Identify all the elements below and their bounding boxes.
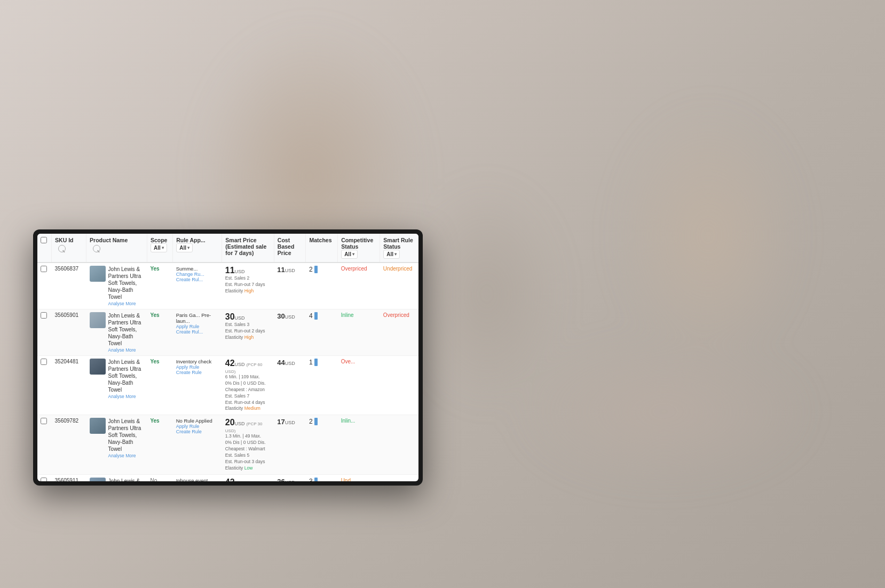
products-table: SKU Id Product Name Scope: [37, 234, 418, 481]
laptop-frame: SKU Id Product Name Scope: [33, 229, 423, 486]
row2-product: John Lewis & Partners Ultra Soft Towels,…: [86, 309, 147, 356]
row1-match-bar: [314, 266, 318, 273]
matches-header: Matches: [306, 234, 338, 263]
row4-create-rule-link[interactable]: Create Rule: [176, 429, 219, 434]
row4-analyse-link[interactable]: Analyse More: [108, 453, 136, 458]
row1-comp-status: Overpriced: [338, 263, 380, 309]
row5-match-bar: [314, 478, 318, 481]
row2-scope: Yes: [147, 309, 172, 356]
row4-rule: No Rule Applied Apply Rule Create Rule: [173, 415, 222, 474]
row4-checkbox-cell: [37, 415, 52, 474]
row3-create-rule-link[interactable]: Create Rule: [176, 370, 219, 375]
matches-label: Matches: [309, 237, 334, 243]
row5-comp-status: Und...: [338, 474, 380, 481]
table-row: 35606837 John Lewis & Partners Ultra Sof…: [37, 263, 418, 309]
row3-rule: Inventory check Apply Rule Create Rule: [173, 356, 222, 415]
select-all-checkbox[interactable]: [41, 237, 47, 243]
row2-cost-price: 30USD: [274, 309, 306, 356]
rule-applied-label: Rule App...: [176, 237, 218, 243]
rule-applied-header: Rule App... All ▾: [173, 234, 222, 263]
row4-matches: 2: [306, 415, 338, 474]
row1-change-rule-link[interactable]: Change Ru...: [176, 272, 219, 277]
row3-smart-rule-status: [380, 356, 418, 415]
row3-product-image: [90, 359, 106, 375]
sku-id-label: SKU Id: [55, 237, 83, 243]
cost-based-price-label: Cost Based Price: [278, 237, 303, 256]
row3-apply-rule-link[interactable]: Apply Rule: [176, 364, 219, 370]
smart-rule-status-label: Smart Rule Status: [383, 237, 415, 250]
row4-apply-rule-link[interactable]: Apply Rule: [176, 424, 219, 429]
scope-dropdown-arrow: ▾: [162, 245, 164, 250]
row2-checkbox-cell: [37, 309, 52, 356]
row2-elasticity: High: [244, 335, 254, 340]
sku-search-icon[interactable]: [58, 245, 66, 252]
sku-id-header: SKU Id: [52, 234, 86, 263]
row1-smart-rule-status: Underpriced: [380, 263, 418, 309]
row1-rule: Summe... Change Ru... Create Rul...: [173, 263, 222, 309]
product-name-header: Product Name: [86, 234, 147, 263]
row5-scope: No: [147, 474, 172, 481]
scope-filter-dropdown[interactable]: All ▾: [151, 243, 167, 252]
row4-product: John Lewis & Partners Ultra Soft Towels,…: [86, 415, 147, 474]
row4-cost-price: 17USD: [274, 415, 306, 474]
row5-cost-price: 36USD: [274, 474, 306, 481]
scope-header: Scope All ▾: [147, 234, 172, 263]
rule-dropdown-arrow: ▾: [187, 245, 189, 250]
table-header-row: SKU Id Product Name Scope: [37, 234, 418, 263]
row1-create-rule-link[interactable]: Create Rul...: [176, 277, 219, 282]
competitive-status-header: Competitive Status All ▾: [338, 234, 380, 263]
row4-elasticity: Low: [244, 465, 253, 471]
row5-smart-rule-status: [380, 474, 418, 481]
row4-sku: 35609782: [52, 415, 86, 474]
smart-rule-dropdown-arrow: ▾: [394, 252, 397, 257]
table-container: SKU Id Product Name Scope: [37, 234, 418, 481]
row4-smart-rule-status: [380, 415, 418, 474]
row1-cost-price: 11USD: [274, 263, 306, 309]
smart-rule-filter-dropdown[interactable]: All ▾: [383, 250, 400, 259]
row3-smart-price: 42USD (PCP 60 USD) 6 Min. | 109 Max. 0% …: [222, 356, 274, 415]
row1-product-image: [90, 266, 106, 282]
row5-checkbox[interactable]: [41, 478, 47, 481]
smart-price-header: Smart Price (Estimated sale for 7 days): [222, 234, 274, 263]
row1-analyse-link[interactable]: Analyse More: [108, 301, 136, 306]
row3-matches: 1: [306, 356, 338, 415]
competitive-status-label: Competitive Status: [341, 237, 376, 250]
row2-comp-status: Inline: [338, 309, 380, 356]
row3-analyse-link[interactable]: Analyse More: [108, 394, 136, 399]
row2-product-image: [90, 312, 106, 328]
scope-label: Scope: [151, 237, 169, 243]
row4-match-bar: [314, 418, 318, 425]
row4-checkbox[interactable]: [41, 418, 47, 424]
row3-checkbox-cell: [37, 356, 52, 415]
smart-rule-status-header: Smart Rule Status All ▾: [380, 234, 418, 263]
row4-comp-status: Inlin...: [338, 415, 380, 474]
row2-create-rule-link[interactable]: Create Rul...: [176, 329, 219, 335]
row3-checkbox[interactable]: [41, 359, 47, 365]
select-all-header: [37, 234, 52, 263]
row2-smart-rule-status: Overpriced: [380, 309, 418, 356]
product-search-icon[interactable]: [93, 245, 100, 252]
row1-product: John Lewis & Partners Ultra Soft Towels,…: [86, 263, 147, 309]
row4-smart-price: 20USD (PCP 30 USD) 1.3 Min. | 49 Max. 0%…: [222, 415, 274, 474]
row1-elasticity: High: [244, 288, 254, 293]
row2-matches: 4: [306, 309, 338, 356]
row1-checkbox[interactable]: [41, 266, 47, 272]
row2-smart-price: 30USD Est. Sales 3 Est. Run-out 2 days E…: [222, 309, 274, 356]
row1-checkbox-cell: [37, 263, 52, 309]
row1-smart-price: 11USD Est. Sales 2 Est. Run-out 7 days E…: [222, 263, 274, 309]
row4-scope: Yes: [147, 415, 172, 474]
row2-apply-rule-link[interactable]: Apply Rule: [176, 324, 219, 329]
row5-product: John Lewis & Partners Ultra Soft Towels,…: [86, 474, 147, 481]
row3-scope: Yes: [147, 356, 172, 415]
row1-scope: Yes: [147, 263, 172, 309]
row3-product: John Lewis & Partners Ultra Soft Towels,…: [86, 356, 147, 415]
row3-sku: 35204481: [52, 356, 86, 415]
row5-smart-price: 42USD (PCP 50 USD) 1.25 Min. | 87 Max. 0…: [222, 474, 274, 481]
row1-matches: 2: [306, 263, 338, 309]
row2-checkbox[interactable]: [41, 312, 47, 319]
rule-filter-dropdown[interactable]: All ▾: [176, 243, 193, 252]
comp-filter-dropdown[interactable]: All ▾: [341, 250, 358, 259]
table-row: 35605911 John Lewis & Partners Ultra Sof…: [37, 474, 418, 481]
row2-analyse-link[interactable]: Analyse More: [108, 347, 136, 353]
cost-based-price-header: Cost Based Price: [274, 234, 306, 263]
